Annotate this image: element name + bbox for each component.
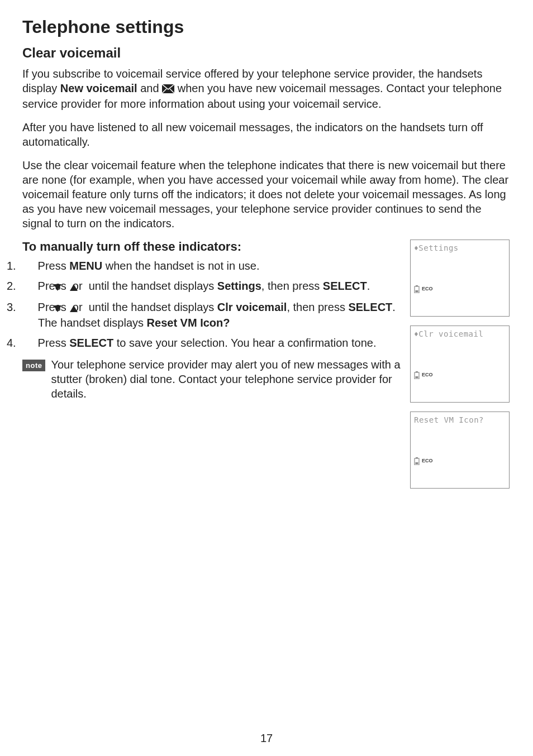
step-3: 3. Press or until the handset displays C… [22, 300, 402, 330]
screen-line: ♦Settings [414, 243, 506, 253]
note-row: note Your telephone service provider may… [22, 357, 402, 401]
s2-select: SELECT [323, 280, 367, 292]
svg-marker-2 [70, 284, 78, 291]
battery-icon [414, 457, 420, 465]
s2-mid2: until the handset displays [85, 280, 217, 292]
s4-pre: Press [38, 337, 70, 349]
page-container: Telephone settings Clear voicemail If yo… [0, 0, 533, 756]
s1-pre: Press [38, 260, 70, 272]
s4-select: SELECT [69, 337, 113, 349]
battery-icon [414, 285, 420, 293]
para1-mid: and [137, 82, 162, 94]
note-text: Your telephone service provider may aler… [51, 357, 402, 401]
handset-screen-reset-vm: Reset VM Icon? ECO [410, 412, 510, 489]
screen-line: Reset VM Icon? [414, 415, 506, 424]
s1-post: when the handset is not in use. [102, 260, 259, 272]
svg-rect-13 [416, 462, 418, 465]
para1-bold: New voicemail [60, 82, 137, 94]
handset-screen-clr-voicemail: ♦Clr voicemail ECO [410, 326, 510, 403]
paragraph-1: If you subscribe to voicemail service of… [22, 66, 511, 111]
s3-mid2: until the handset displays [85, 301, 217, 313]
eco-label: ECO [422, 372, 433, 377]
note-badge: note [22, 360, 45, 371]
instructions-row: To manually turn off these indicators: 1… [22, 240, 511, 497]
envelope-icon [162, 82, 174, 97]
eco-label: ECO [422, 286, 433, 291]
steps-list: 1. Press MENU when the handset is not in… [22, 259, 402, 351]
svg-marker-3 [54, 305, 61, 312]
step-4: 4. Press SELECT to save your selection. … [22, 336, 402, 350]
paragraph-3: Use the clear voicemail feature when the… [22, 158, 511, 231]
screens-column: ♦Settings ECO ♦Clr voicemail ECO Reset V… [410, 240, 511, 497]
s3-mid3: , then press [287, 301, 348, 313]
screen-status: ECO [414, 371, 433, 379]
s2-settings: Settings [217, 280, 261, 292]
svg-rect-7 [416, 290, 418, 293]
eco-label: ECO [422, 458, 433, 463]
page-title: Telephone settings [22, 17, 511, 37]
s3-select: SELECT [348, 301, 392, 313]
screen-line: ♦Clr voicemail [414, 329, 506, 339]
svg-marker-1 [54, 284, 61, 291]
screen-status: ECO [414, 457, 433, 465]
page-number: 17 [0, 732, 533, 745]
screen-status: ECO [414, 285, 433, 293]
svg-rect-10 [416, 376, 418, 379]
section-title: Clear voicemail [22, 45, 511, 61]
s4-post: to save your selection. You hear a confi… [113, 337, 376, 349]
handset-screen-settings: ♦Settings ECO [410, 240, 510, 317]
screen2-text: Clr voicemail [418, 329, 483, 338]
svg-marker-4 [70, 305, 78, 312]
step-2: 2. Press or until the handset displays S… [22, 279, 402, 294]
sub-heading: To manually turn off these indicators: [22, 240, 402, 254]
screen3-text: Reset VM Icon? [414, 415, 484, 424]
s3-clr: Clr voicemail [217, 301, 287, 313]
s2-post: . [367, 280, 370, 292]
battery-icon [414, 371, 420, 379]
s1-menu: MENU [69, 260, 102, 272]
step-1: 1. Press MENU when the handset is not in… [22, 259, 402, 273]
paragraph-2: After you have listened to all new voice… [22, 120, 511, 149]
s2-mid3: , then press [261, 280, 323, 292]
screen1-text: Settings [418, 243, 458, 252]
instructions-left: To manually turn off these indicators: 1… [22, 240, 410, 401]
s3-reset: Reset VM Icon? [147, 317, 230, 329]
